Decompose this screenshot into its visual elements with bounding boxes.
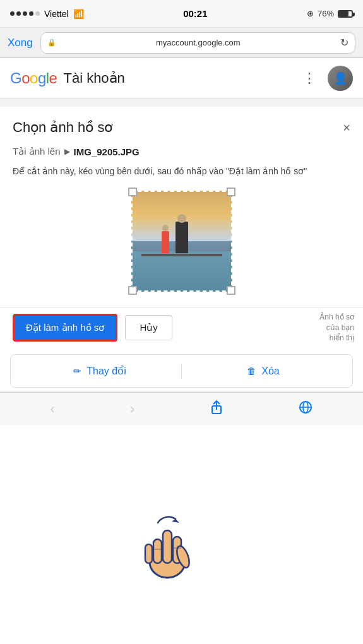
crop-handle-top-right[interactable]	[227, 188, 235, 196]
crop-wrapper	[13, 191, 350, 292]
edit-icon: ✏	[73, 366, 81, 377]
safari-nav: ‹ ›	[0, 392, 363, 425]
modal-header: Chọn ảnh hồ sơ ×	[13, 119, 350, 136]
svg-point-5	[174, 544, 191, 569]
google-account-title: Tài khoản	[63, 70, 124, 86]
forward-button[interactable]: ›	[120, 398, 145, 420]
signal-dot-3	[23, 11, 27, 16]
svg-rect-4	[145, 544, 152, 563]
status-bar: Viettel 📶 00:21 ⊕ 76%	[0, 0, 363, 28]
delete-label: Xóa	[261, 366, 279, 377]
battery-area: ⊕ 76%	[307, 9, 353, 18]
signal-dot-2	[16, 11, 21, 16]
url-bar[interactable]: 🔒 myaccount.google.com ↻	[40, 32, 355, 54]
svg-rect-3	[153, 539, 162, 563]
back-button[interactable]: ‹	[40, 398, 65, 420]
breadcrumb: Tải ảnh lên ▶ IMG_9205.JPG	[13, 146, 350, 157]
battery-icon	[338, 10, 353, 18]
modal-container: Chọn ảnh hồ sơ × Tải ảnh lên ▶ IMG_9205.…	[0, 107, 363, 292]
crop-handle-bottom-left[interactable]	[128, 286, 137, 295]
avatar-image: 👤	[328, 66, 353, 91]
crop-overlay[interactable]	[131, 191, 232, 292]
url-text: myaccount.google.com	[60, 38, 336, 47]
crop-handle-top-left[interactable]	[128, 188, 137, 196]
signal-dot-5	[35, 11, 40, 16]
hand-cursor-overlay	[139, 511, 196, 581]
bookmarks-button[interactable]	[289, 398, 323, 420]
battery-percent: 76%	[318, 9, 334, 18]
header-menu-button[interactable]: ⋮	[297, 68, 321, 89]
battery-lock-icon: ⊕	[307, 9, 314, 18]
section-gap	[0, 99, 363, 107]
wifi-icon: 📶	[73, 9, 84, 19]
svg-rect-1	[163, 530, 172, 563]
crop-container[interactable]	[131, 191, 232, 292]
svg-rect-2	[173, 537, 181, 563]
modal-title: Chọn ảnh hồ sơ	[13, 119, 112, 136]
signal-dot-4	[29, 11, 33, 16]
google-header: Google Tài khoản ⋮ 👤	[0, 58, 363, 98]
avatar[interactable]: 👤	[328, 66, 353, 91]
carrier-label: Viettel	[44, 9, 69, 19]
refresh-button[interactable]: ↻	[340, 37, 348, 49]
breadcrumb-arrow-icon: ▶	[64, 147, 70, 156]
signal-dot-1	[10, 11, 15, 16]
breadcrumb-upload: Tải ảnh lên	[13, 146, 61, 157]
google-logo: Google	[10, 69, 57, 87]
signal-area: Viettel 📶	[10, 9, 84, 19]
crop-handle-bottom-right[interactable]	[227, 286, 235, 295]
preview-note: Ảnh hồ sơ của bạn hiển thị	[316, 312, 354, 343]
time-display: 00:21	[183, 8, 207, 19]
action-bar: ✏ Thay đổi 🗑 Xóa	[10, 354, 353, 388]
modal-buttons-area: Đặt làm ảnh hồ sơ Hủy Ảnh hồ sơ của bạn …	[0, 307, 363, 349]
share-button[interactable]	[199, 397, 234, 420]
lock-icon: 🔒	[47, 39, 56, 47]
breadcrumb-filename: IMG_9205.JPG	[74, 146, 140, 157]
done-button[interactable]: Xong	[8, 37, 33, 49]
browser-bar: Xong 🔒 myaccount.google.com ↻	[0, 28, 363, 58]
action-bar-wrapper: ✏ Thay đổi 🗑 Xóa	[0, 349, 363, 391]
crop-instruction: Để cắt ảnh này, kéo vùng bên dưới, sau đ…	[13, 165, 350, 178]
svg-point-0	[150, 546, 185, 578]
delete-icon: 🗑	[247, 366, 256, 376]
cancel-button[interactable]: Hủy	[125, 315, 172, 340]
delete-photo-button[interactable]: 🗑 Xóa	[182, 363, 345, 379]
edit-photo-button[interactable]: ✏ Thay đổi	[18, 362, 181, 379]
close-button[interactable]: ×	[343, 121, 350, 134]
edit-label: Thay đổi	[86, 365, 126, 377]
set-profile-photo-button[interactable]: Đặt làm ảnh hồ sơ	[13, 314, 117, 342]
svg-marker-8	[172, 519, 179, 523]
